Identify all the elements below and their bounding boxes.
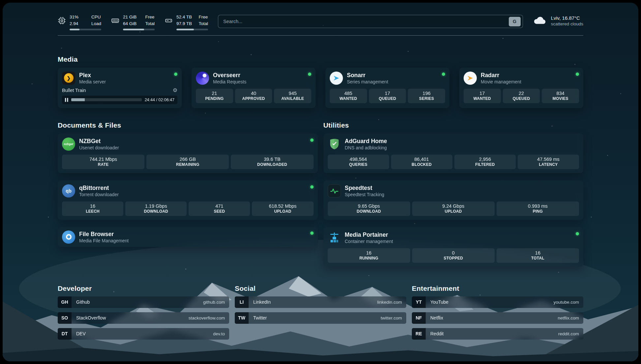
card-qbittorrent[interactable]: qb qBittorrent Torrent downloader 16LEEC… (58, 180, 318, 220)
search-provider-button[interactable]: G (509, 17, 521, 26)
qbittorrent-icon: qb (62, 184, 75, 197)
overseerr-stat-pending: 21PENDING (196, 89, 233, 103)
memory-icon (111, 16, 119, 25)
disk-free-value: 52.4 TB (176, 14, 192, 20)
entertainment-section-title: Entertainment (412, 285, 583, 292)
bookmark-group-entertainment: Entertainment YT YouTube youtube.com NF … (412, 285, 583, 340)
utilities-section-title: Utilities (323, 121, 584, 129)
sonarr-status-dot (442, 73, 445, 76)
qbittorrent-stat-download: 1.19 GbpsDOWNLOAD (125, 201, 187, 216)
speedtest-icon (328, 184, 341, 197)
ram-free-value: 21 GiB (123, 14, 137, 20)
radarr-subtitle: Movie management (481, 79, 521, 84)
disk-total-label: Total (198, 20, 208, 27)
disk-widget: 52.4 TB 97.9 TB Free Total (165, 14, 208, 30)
resource-widgets: 31% 2.94 CPU Load (58, 14, 208, 30)
card-plex[interactable]: ❯ Plex Media server Bullet Train ⚙ (58, 68, 182, 108)
qbittorrent-status-dot (310, 185, 314, 189)
adguard-stat-latency: 47.569 msLATENCY (518, 155, 579, 169)
netflix-abbr-icon: NF (412, 312, 426, 324)
bookmark-github[interactable]: GH Github github.com (58, 296, 229, 308)
card-overseerr[interactable]: Overseerr Media Requests 21PENDING 40APP… (192, 68, 316, 108)
portainer-stat-running: 16RUNNING (328, 248, 410, 263)
portainer-icon (328, 231, 341, 244)
card-speedtest[interactable]: Speedtest Speedtest Tracking 9.65 GbpsDO… (323, 180, 584, 220)
bookmark-netflix[interactable]: NF Netflix netflix.com (412, 312, 583, 324)
pause-icon[interactable] (65, 98, 68, 102)
cpu-load-value: 2.94 (70, 20, 78, 27)
cpu-chip-icon (58, 16, 66, 25)
portainer-subtitle: Container management (345, 239, 393, 244)
qbittorrent-stat-upload: 618.52 MbpsUPLOAD (252, 201, 313, 216)
cloud-icon (533, 15, 547, 26)
sonarr-title: Sonarr (347, 72, 388, 78)
bookmark-dev[interactable]: DT DEV dev.to (58, 328, 229, 340)
section-utilities: Utilities (323, 121, 584, 267)
adguard-stat-blocked: 86,401BLOCKED (391, 155, 452, 169)
qbittorrent-stat-seed: 471SEED (189, 201, 250, 216)
card-radarr[interactable]: Radarr Movie management 17WANTED 22QUEUE… (459, 68, 583, 108)
linkedin-abbr-icon: LI (235, 296, 249, 308)
developer-section-title: Developer (58, 285, 229, 292)
card-sonarr[interactable]: Sonarr Series management 485WANTED 17QUE… (325, 68, 449, 108)
cpu-progress-bar (70, 29, 101, 30)
card-adguard[interactable]: AdGuard Home DNS and adblocking 498,564Q… (323, 134, 584, 173)
nzbget-icon: nzbget (62, 137, 75, 151)
ram-total-label: Total (145, 20, 155, 27)
plex-icon: ❯ (62, 72, 75, 85)
speedtest-subtitle: Speedtest Tracking (345, 192, 384, 197)
filebrowser-title: File Browser (79, 231, 129, 237)
nzbget-subtitle: Usenet downloader (79, 145, 119, 150)
radarr-status-dot (576, 73, 579, 76)
search-input[interactable] (223, 19, 509, 24)
bookmark-stackoverflow[interactable]: SO StackOverflow stackoverflow.com (58, 312, 229, 324)
disk-total-value: 97.9 TB (176, 20, 192, 27)
radarr-stat-wanted: 17WANTED (464, 89, 501, 103)
card-portainer[interactable]: Media Portainer Container management 16R… (323, 227, 584, 267)
adguard-subtitle: DNS and adblocking (345, 145, 387, 150)
twitter-abbr-icon: TW (235, 312, 249, 324)
portainer-stat-total: 16TOTAL (497, 248, 579, 263)
filebrowser-status-dot (310, 231, 314, 235)
bookmark-reddit[interactable]: RE Reddit reddit.com (412, 328, 583, 340)
cpu-usage-value: 31% (70, 14, 78, 20)
youtube-abbr-icon: YT (412, 296, 426, 308)
nzbget-status-dot (310, 138, 314, 142)
bookmark-linkedin[interactable]: LI LinkedIn linkedin.com (235, 296, 406, 308)
disk-icon (165, 16, 173, 25)
speedtest-title: Speedtest (345, 185, 384, 191)
dashboard-screen: 31% 2.94 CPU Load (3, 3, 638, 361)
dashboard-content: 31% 2.94 CPU Load (3, 3, 638, 361)
adguard-stat-filtered: 2,956FILTERED (454, 155, 516, 169)
weather-widget: Lviv, 16.87°C scattered clouds (533, 15, 583, 26)
bookmark-youtube[interactable]: YT YouTube youtube.com (412, 296, 583, 308)
nzbget-stat-rate: 744.21 MbpsRATE (62, 155, 144, 169)
radarr-stat-movies: 834MOVIES (542, 89, 579, 103)
overseerr-stat-available: 945AVAILABLE (274, 89, 311, 103)
plex-title: Plex (79, 72, 106, 78)
section-media: Media ❯ Plex Media server Bullet Train (58, 55, 583, 108)
radarr-stat-queued: 22QUEUED (503, 89, 540, 103)
bookmark-group-social: Social LI LinkedIn linkedin.com TW Twitt… (235, 285, 406, 340)
card-nzbget[interactable]: nzbget NZBGet Usenet downloader 744.21 M… (58, 134, 318, 173)
plex-subtitle: Media server (79, 79, 106, 84)
sonarr-stat-wanted: 485WANTED (330, 89, 367, 103)
bookmark-group-developer: Developer GH Github github.com SO StackO… (58, 285, 229, 340)
portainer-stat-stopped: 0STOPPED (412, 248, 495, 263)
documents-section-title: Documents & Files (58, 121, 318, 129)
filebrowser-icon (62, 230, 75, 244)
plex-progress-track[interactable] (71, 98, 142, 101)
disk-progress-bar (176, 29, 208, 30)
search-bar[interactable]: G (218, 15, 523, 28)
bookmark-twitter[interactable]: TW Twitter twitter.com (235, 312, 406, 324)
speedtest-stat-download: 9.65 GbpsDOWNLOAD (328, 201, 410, 216)
radarr-title: Radarr (481, 72, 521, 78)
plex-now-playing: Bullet Train (62, 88, 86, 93)
radarr-icon (464, 72, 477, 85)
portainer-status-dot (576, 232, 579, 235)
card-filebrowser[interactable]: File Browser Media File Management (58, 227, 318, 247)
ram-total-value: 64 GiB (123, 20, 137, 27)
gear-icon[interactable]: ⚙ (173, 88, 177, 93)
cpu-widget: 31% 2.94 CPU Load (58, 14, 101, 30)
dev-abbr-icon: DT (58, 328, 72, 340)
